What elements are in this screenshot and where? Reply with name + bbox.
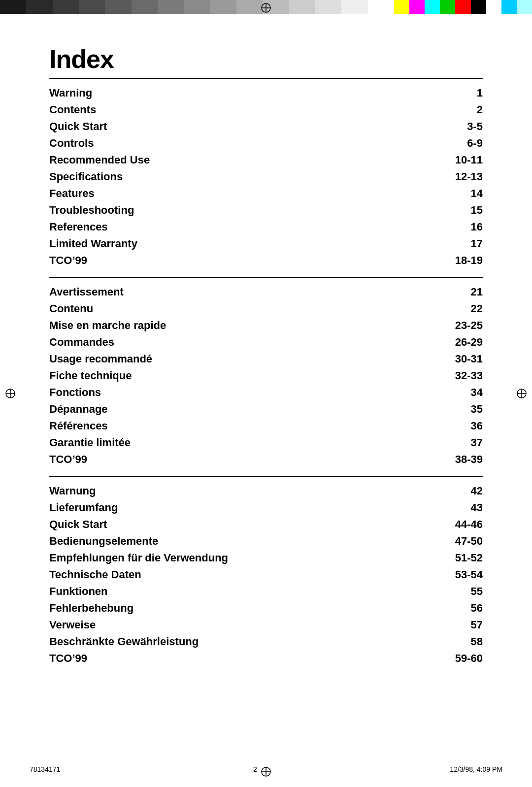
index-row: Commandes26-29 (49, 334, 483, 351)
footer-date: 12/3/98, 4:09 PM (450, 765, 502, 773)
index-item-page: 15 (396, 202, 483, 219)
index-item-page: 57 (427, 617, 483, 633)
registration-mark-bottom (261, 766, 271, 777)
index-item-label: Fonctions (49, 384, 405, 401)
index-item-page: 1 (396, 85, 483, 101)
section-english: Warning1Contents2Quick Start3-5Controls6… (49, 85, 483, 269)
index-item-page: 35 (405, 401, 483, 418)
index-row: Contents2 (49, 101, 483, 118)
index-item-page: 42 (427, 483, 483, 499)
index-item-label: Beschränkte Gewährleistung (49, 633, 427, 650)
index-item-label: TCO’99 (49, 252, 396, 269)
index-row: Warnung42 (49, 483, 483, 499)
index-row: Funktionen55 (49, 583, 483, 600)
index-item-page: 56 (427, 600, 483, 617)
index-item-page: 14 (396, 185, 483, 202)
index-row: References16 (49, 219, 483, 235)
index-item-page: 12-13 (396, 168, 483, 185)
index-row: Dépannage35 (49, 401, 483, 418)
index-row: Technische Daten53-54 (49, 566, 483, 583)
section-german: Warnung42Lieferumfang43Quick Start44-46B… (49, 483, 483, 667)
index-item-page: 36 (405, 418, 483, 434)
index-item-page: 23-25 (405, 317, 483, 334)
index-item-label: Avertissement (49, 284, 405, 300)
index-item-label: Fiche technique (49, 367, 405, 384)
index-item-page: 59-60 (427, 650, 483, 667)
index-item-label: Limited Warranty (49, 235, 396, 252)
index-item-page: 16 (396, 219, 483, 235)
index-item-label: Technische Daten (49, 566, 427, 583)
index-item-label: Références (49, 418, 405, 434)
index-item-label: Troubleshooting (49, 202, 396, 219)
index-item-page: 34 (405, 384, 483, 401)
index-item-page: 30-31 (405, 351, 483, 367)
section-divider-2 (49, 476, 483, 477)
page-content: Index Warning1Contents2Quick Start3-5Con… (0, 15, 532, 704)
index-item-label: Contenu (49, 300, 405, 317)
index-row: TCO’9959-60 (49, 650, 483, 667)
index-row: Fonctions34 (49, 384, 483, 401)
index-item-label: Lieferumfang (49, 499, 427, 516)
index-item-page: 37 (405, 434, 483, 451)
index-row: Troubleshooting15 (49, 202, 483, 219)
index-item-label: Controls (49, 135, 396, 152)
section-french: Avertissement21Contenu22Mise en marche r… (49, 284, 483, 468)
index-row: Beschränkte Gewährleistung58 (49, 633, 483, 650)
index-row: Garantie limitée37 (49, 434, 483, 451)
index-item-label: Specifications (49, 168, 396, 185)
index-item-page: 21 (405, 284, 483, 300)
footer-document-number: 78134171 (30, 765, 60, 773)
index-item-label: Mise en marche rapide (49, 317, 405, 334)
index-row: Contenu22 (49, 300, 483, 317)
index-item-label: Garantie limitée (49, 434, 405, 451)
index-row: Verweise57 (49, 617, 483, 633)
index-item-page: 6-9 (396, 135, 483, 152)
index-item-label: Commandes (49, 334, 405, 351)
index-item-label: TCO’99 (49, 451, 405, 468)
index-row: Quick Start44-46 (49, 516, 483, 533)
index-row: TCO’9938-39 (49, 451, 483, 468)
section-divider-top (49, 78, 483, 79)
index-item-page: 55 (427, 583, 483, 600)
index-row: Fehlerbehebung56 (49, 600, 483, 617)
index-row: Lieferumfang43 (49, 499, 483, 516)
index-item-page: 51-52 (427, 550, 483, 566)
index-item-label: Warning (49, 85, 396, 101)
index-item-page: 18-19 (396, 252, 483, 269)
index-item-page: 32-33 (405, 367, 483, 384)
index-item-label: Funktionen (49, 583, 427, 600)
index-item-label: Quick Start (49, 118, 396, 135)
index-row: Bedienungselemente47-50 (49, 533, 483, 550)
index-item-page: 10-11 (396, 152, 483, 168)
index-row: Mise en marche rapide23-25 (49, 317, 483, 334)
index-table-french: Avertissement21Contenu22Mise en marche r… (49, 284, 483, 468)
index-item-label: TCO’99 (49, 650, 427, 667)
registration-mark-left (5, 388, 16, 399)
index-item-page: 43 (427, 499, 483, 516)
footer-page-number: 2 (253, 765, 257, 773)
index-row: TCO’9918-19 (49, 252, 483, 269)
index-item-label: Features (49, 185, 396, 202)
index-row: Empfehlungen für die Verwendung51-52 (49, 550, 483, 566)
index-item-page: 47-50 (427, 533, 483, 550)
index-item-page: 2 (396, 101, 483, 118)
index-item-label: Dépannage (49, 401, 405, 418)
index-row: Limited Warranty17 (49, 235, 483, 252)
index-item-label: Bedienungselemente (49, 533, 427, 550)
registration-mark-right (516, 388, 527, 399)
index-row: Fiche technique32-33 (49, 367, 483, 384)
index-item-page: 44-46 (427, 516, 483, 533)
index-row: Specifications12-13 (49, 168, 483, 185)
index-item-label: Empfehlungen für die Verwendung (49, 550, 427, 566)
index-item-page: 38-39 (405, 451, 483, 468)
index-item-page: 17 (396, 235, 483, 252)
index-item-page: 3-5 (396, 118, 483, 135)
index-row: Controls6-9 (49, 135, 483, 152)
index-row: Références36 (49, 418, 483, 434)
index-item-label: Usage recommandé (49, 351, 405, 367)
index-item-label: References (49, 219, 396, 235)
index-item-label: Contents (49, 101, 396, 118)
index-item-label: Verweise (49, 617, 427, 633)
index-item-label: Warnung (49, 483, 427, 499)
section-divider-1 (49, 277, 483, 278)
